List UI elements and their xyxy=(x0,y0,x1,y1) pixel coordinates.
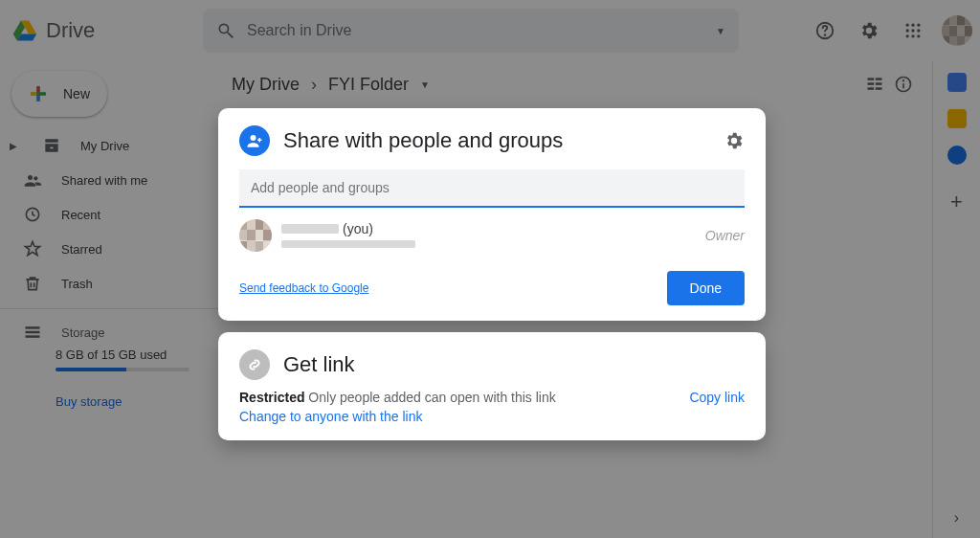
getlink-body: Restricted Only people added can open wi… xyxy=(239,390,745,425)
share-title: Share with people and groups xyxy=(283,128,563,153)
getlink-card: Get link Restricted Only people added ca… xyxy=(218,332,766,440)
link-icon xyxy=(239,349,270,380)
share-settings-icon[interactable] xyxy=(724,130,745,151)
share-footer: Send feedback to Google Done xyxy=(239,271,745,305)
svg-point-27 xyxy=(251,135,256,141)
owner-row: (you) Owner xyxy=(239,219,745,252)
owner-info: (you) xyxy=(281,221,415,251)
share-dialog: Share with people and groups (you) Owner… xyxy=(218,108,766,452)
owner-email-redacted xyxy=(281,240,415,248)
add-people-input[interactable] xyxy=(251,180,733,195)
person-add-icon xyxy=(239,125,270,156)
share-header: Share with people and groups xyxy=(239,125,745,156)
owner-role: Owner xyxy=(705,228,745,243)
add-people-field[interactable] xyxy=(239,169,745,208)
share-card: Share with people and groups (you) Owner… xyxy=(218,108,766,321)
copy-link-button[interactable]: Copy link xyxy=(689,390,745,405)
getlink-title: Get link xyxy=(283,352,355,377)
owner-name-redacted xyxy=(281,224,339,234)
done-button[interactable]: Done xyxy=(667,271,745,305)
getlink-header: Get link xyxy=(239,349,745,380)
owner-avatar xyxy=(239,219,272,252)
change-access-link[interactable]: Change to anyone with the link xyxy=(239,409,422,424)
owner-you: (you) xyxy=(343,221,373,236)
send-feedback-link[interactable]: Send feedback to Google xyxy=(239,281,368,295)
restricted-text: Restricted Only people added can open wi… xyxy=(239,390,556,405)
